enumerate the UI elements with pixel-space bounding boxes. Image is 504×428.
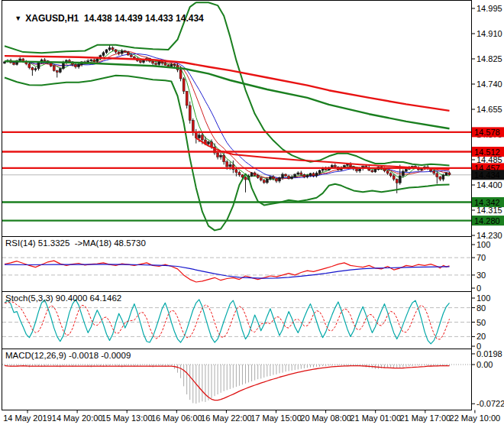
candle-body (127, 52, 129, 54)
candle-body (257, 176, 259, 178)
candle-body (179, 70, 182, 79)
candle-body (161, 62, 163, 63)
candle-body (383, 169, 386, 171)
candle-body (254, 173, 256, 175)
candle-body (37, 62, 40, 69)
candle-body (50, 63, 52, 66)
candle-body (59, 69, 61, 73)
candle-body (53, 66, 55, 71)
candle-body (164, 63, 166, 65)
ohlc-label: 14.438 14.439 14.433 14.434 (84, 13, 204, 24)
candle-body (285, 174, 287, 176)
level-price-badge: 14.280 (472, 216, 504, 225)
stoch-tick-label: 50 (477, 318, 486, 327)
candle-body (121, 51, 123, 54)
candle-body (282, 174, 284, 178)
candle-body (108, 48, 111, 50)
candle-body (189, 105, 191, 120)
candle-body (315, 173, 318, 175)
time-tick-label: 14 May 20:00 (52, 413, 103, 423)
price-tick-label: 14.400 (477, 180, 502, 190)
candle-body (374, 170, 376, 172)
candle-body (124, 51, 126, 53)
candle-body (263, 180, 265, 183)
macd-tick-label: -0.0722 (477, 399, 504, 408)
time-tick-label: 22 May 10:00 (450, 413, 501, 423)
stoch-indicator-label: Stoch(5,3,3) 90.4000 64.1462 (5, 293, 121, 303)
candle-body (318, 170, 321, 173)
stoch-tick-label: 100 (477, 293, 490, 303)
price-tick-label: 14.995 (477, 4, 502, 13)
price-tick-label: 14.825 (477, 54, 502, 63)
candle-body (303, 174, 305, 177)
candle-body (192, 120, 194, 132)
candle-body (130, 55, 132, 57)
candle-body (334, 165, 336, 167)
candle-body (402, 171, 404, 176)
candle-body (217, 153, 219, 157)
time-tick-label: 17 May 15:00 (250, 413, 302, 423)
candle-body (118, 52, 120, 54)
time-tick-label: 16 May 06:00 (151, 413, 202, 423)
rsi-tick-label: 30 (477, 271, 486, 280)
candle-body (143, 60, 145, 63)
candle-body (93, 60, 95, 61)
candle-body (448, 173, 451, 175)
price-badge-label: 14.434 (474, 170, 500, 180)
candle-body (309, 173, 312, 176)
candle-body (28, 64, 31, 68)
candle-body (294, 174, 296, 177)
candle-body (34, 69, 37, 70)
time-tick-label: 21 May 01:00 (350, 413, 401, 423)
candle-body (155, 63, 157, 65)
rsi-tick-label: 100 (477, 240, 490, 249)
price-tick-label: 14.910 (477, 29, 502, 38)
candle-body (445, 173, 447, 175)
candle-body (96, 59, 99, 61)
collapse-triangle-icon[interactable]: ▼ (15, 15, 21, 22)
candle-body (269, 177, 271, 179)
price-tick-label: 14.230 (477, 231, 502, 240)
candle-body (442, 175, 444, 179)
candle-body (173, 64, 176, 66)
candle-body (386, 171, 389, 173)
candle-body (433, 171, 435, 173)
candle-body (291, 177, 293, 179)
candle-body (244, 177, 247, 180)
candle-body (260, 178, 262, 180)
macd-tick-label: 0.00 (477, 360, 493, 369)
level-price-badge: 14.342 (472, 197, 504, 207)
candle-body (152, 61, 154, 63)
candle-body (393, 176, 395, 180)
candle-body (111, 48, 114, 50)
candle-body (405, 169, 407, 171)
chart-canvas[interactable]: 14.99514.91014.82514.74014.65514.57014.4… (0, 0, 504, 428)
time-tick-label: 15 May 13:00 (102, 413, 153, 423)
candle-body (31, 68, 34, 70)
candle-body (312, 173, 315, 176)
candle-body (158, 62, 160, 64)
candle-body (250, 173, 253, 176)
candle-body (220, 155, 222, 157)
candle-body (229, 165, 231, 167)
chart-title-bar: ▼XAGUSD,H1 14.438 14.439 14.433 14.434 (5, 2, 204, 34)
macd-tick-label: 0.0198 (477, 349, 502, 358)
level-price-badge: 14.578 (472, 127, 504, 137)
time-tick-label: 20 May 08:00 (300, 413, 351, 423)
macd-indicator-label: MACD(12,26,9) -0.0018 -0.0009 (5, 351, 131, 360)
candle-body (288, 176, 290, 178)
time-tick-label: 16 May 22:00 (201, 413, 252, 423)
price-tick-label: 14.655 (477, 105, 502, 114)
price-badge-label: 14.342 (474, 198, 500, 207)
stoch-tick-label: 80 (477, 303, 486, 313)
candle-body (115, 50, 117, 52)
level-price-badge: 14.512 (472, 147, 504, 157)
candle-body (186, 91, 188, 105)
candle-body (297, 173, 299, 174)
candle-body (275, 179, 277, 181)
candle-body (279, 178, 281, 181)
candle-body (371, 170, 373, 172)
rsi-tick-label: 0 (477, 284, 481, 293)
candle-body (272, 177, 274, 179)
candle-body (266, 179, 268, 183)
